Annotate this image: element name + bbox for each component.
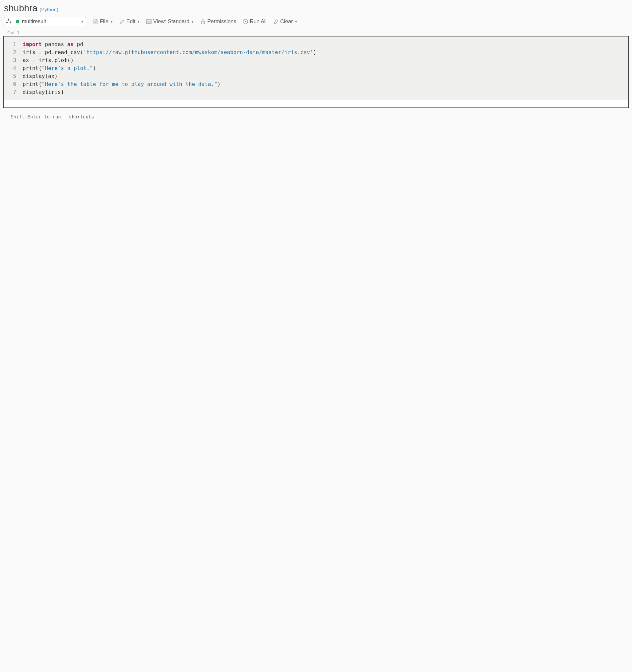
hint-row: Shift+Enter to run shortcuts xyxy=(3,108,629,119)
top-toolbar: shubhra (Python) multiresult | ▾ File ▾ xyxy=(0,0,632,29)
cluster-selector[interactable]: multiresult | ▾ xyxy=(4,17,86,26)
run-all-button[interactable]: Run All xyxy=(243,19,267,25)
line-number: 4 xyxy=(9,64,16,72)
sitemap-icon xyxy=(6,18,11,25)
code-content[interactable]: import pandas as pdiris = pd.read_csv('h… xyxy=(19,37,628,100)
line-number: 5 xyxy=(9,72,16,80)
eraser-icon xyxy=(273,19,278,24)
svg-rect-1 xyxy=(6,22,8,23)
edit-icon xyxy=(119,19,125,24)
line-number: 6 xyxy=(9,80,16,88)
caret-down-icon: ▾ xyxy=(295,20,297,24)
line-number: 3 xyxy=(9,56,16,64)
chevron-down-icon: ▾ xyxy=(81,19,83,24)
file-icon xyxy=(93,19,98,24)
caret-down-icon: ▾ xyxy=(192,20,194,24)
code-line[interactable]: print("Here's the table for me to play a… xyxy=(23,80,625,88)
file-label: File xyxy=(100,19,108,25)
play-circle-icon xyxy=(243,19,248,24)
cluster-dropdown[interactable]: multiresult | ▾ xyxy=(13,17,86,26)
permissions-label: Permissions xyxy=(207,19,236,25)
cell-output-area xyxy=(4,100,628,107)
cluster-tree-button[interactable] xyxy=(4,17,13,26)
code-line[interactable]: import pandas as pd xyxy=(23,41,625,48)
edit-menu[interactable]: Edit ▾ xyxy=(119,19,140,25)
code-line[interactable]: ax = iris.plot() xyxy=(23,56,625,64)
shortcuts-link[interactable]: shortcuts xyxy=(69,114,94,119)
view-menu[interactable]: View: Standard ▾ xyxy=(146,19,194,25)
caret-down-icon: ▾ xyxy=(138,20,140,24)
line-number: 7 xyxy=(9,88,16,96)
view-label: View: xyxy=(153,19,166,25)
file-menu[interactable]: File ▾ xyxy=(93,19,113,25)
line-number: 1 xyxy=(9,41,16,48)
clear-menu[interactable]: Clear ▾ xyxy=(273,19,297,25)
code-line[interactable]: display(iris) xyxy=(23,88,625,96)
line-number-gutter: 1234567 xyxy=(4,37,19,100)
line-number: 2 xyxy=(9,48,16,56)
edit-label: Edit xyxy=(126,19,136,25)
code-editor[interactable]: 1234567 import pandas as pdiris = pd.rea… xyxy=(4,37,628,100)
code-line[interactable]: print("Here's a plot.") xyxy=(23,64,625,72)
svg-rect-5 xyxy=(201,21,204,24)
image-icon xyxy=(146,19,151,24)
notebook-content: Cmd 1 1234567 import pandas as pdiris = … xyxy=(0,30,632,119)
code-cell[interactable]: 1234567 import pandas as pdiris = pd.rea… xyxy=(3,36,629,108)
svg-rect-2 xyxy=(9,22,11,23)
code-line[interactable]: display(ax) xyxy=(23,72,625,80)
cell-label: Cmd 1 xyxy=(7,30,629,35)
run-all-label: Run All xyxy=(250,19,267,25)
svg-point-4 xyxy=(148,21,149,22)
toolbar: multiresult | ▾ File ▾ Edit ▾ View: Sta xyxy=(4,17,628,26)
run-hint: Shift+Enter to run xyxy=(10,114,61,119)
language-tag: (Python) xyxy=(40,7,58,12)
permissions-button[interactable]: Permissions xyxy=(200,19,236,25)
clear-label: Clear xyxy=(280,19,293,25)
cluster-status-dot xyxy=(16,20,19,23)
divider-icon: | xyxy=(78,19,79,24)
title-row: shubhra (Python) xyxy=(4,3,628,14)
cluster-name: multiresult xyxy=(22,19,75,25)
notebook-title: shubhra xyxy=(4,3,38,14)
svg-rect-0 xyxy=(8,19,9,20)
code-line[interactable]: iris = pd.read_csv('https://raw.githubus… xyxy=(23,48,625,56)
view-mode: Standard xyxy=(168,19,189,25)
caret-down-icon: ▾ xyxy=(111,20,113,24)
lock-icon xyxy=(200,19,205,24)
